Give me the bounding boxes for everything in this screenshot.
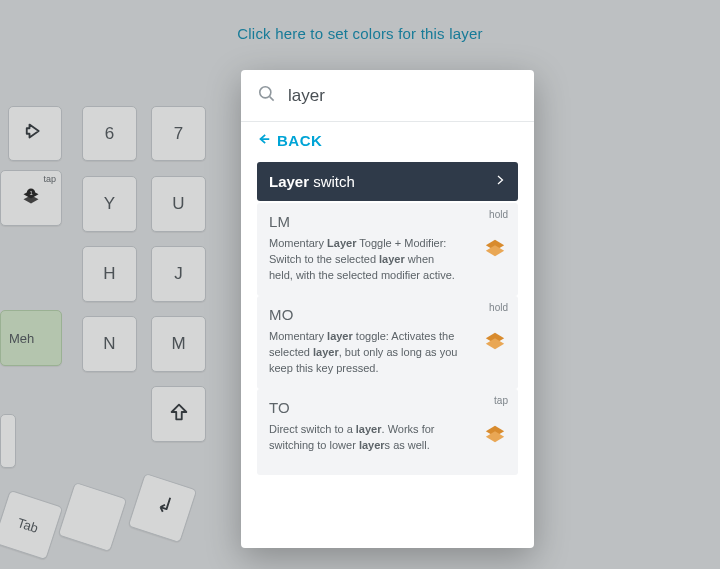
search-input[interactable] [288,86,516,106]
chevron-right-icon [494,173,506,190]
trigger-badge: hold [489,209,508,220]
back-button[interactable]: BACK [257,132,322,149]
svg-point-4 [260,87,271,98]
layers-icon [484,423,506,449]
keycode-description: Momentary layer toggle: Activates the se… [269,329,459,377]
trigger-badge: tap [494,395,508,406]
keycode-label: LM [269,213,506,230]
layers-icon [484,237,506,263]
svg-line-5 [270,97,274,101]
search-icon [257,84,276,107]
layers-icon [484,330,506,356]
result-item-lm[interactable]: hold LM Momentary Layer Toggle + Modifie… [257,203,518,296]
key-picker-modal: BACK Layer switch hold LM Momentary Laye… [241,70,534,548]
keycode-label: MO [269,306,506,323]
result-item-mo[interactable]: hold MO Momentary layer toggle: Activate… [257,296,518,389]
category-title: Layer switch [269,173,355,190]
result-item-to[interactable]: tap TO Direct switch to a layer. Works f… [257,389,518,475]
back-label: BACK [277,132,322,149]
search-row [241,70,534,122]
category-header-layer-switch[interactable]: Layer switch [257,162,518,201]
trigger-badge: hold [489,302,508,313]
keycode-label: TO [269,399,506,416]
keycode-description: Direct switch to a layer. Works for swit… [269,422,459,454]
keycode-description: Momentary Layer Toggle + Modifier: Switc… [269,236,459,284]
arrow-left-icon [257,132,271,149]
